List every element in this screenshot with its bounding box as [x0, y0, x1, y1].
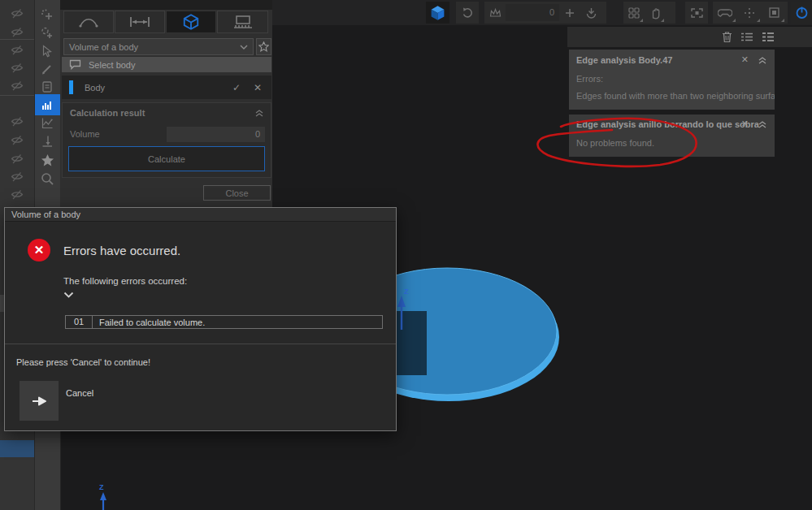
prompt-row: Select body: [62, 57, 271, 72]
import-down-icon[interactable]: [580, 2, 601, 24]
note-icon[interactable]: [39, 79, 55, 95]
lasso-plus-icon[interactable]: [39, 25, 55, 41]
power-icon: [795, 6, 809, 19]
error-icon: ✕: [28, 239, 50, 261]
ruler-icon: [232, 14, 254, 30]
eye-slash-icon[interactable]: [11, 153, 24, 164]
magnifier-icon[interactable]: [39, 171, 55, 187]
dialog-footer-text: Please press 'Cancel' to continue!: [16, 357, 150, 367]
notification-line: No problems found.: [576, 138, 654, 148]
dropdown-corner: [757, 19, 760, 22]
eye-slash-icon[interactable]: [11, 80, 24, 91]
eye-slash-icon[interactable]: [11, 189, 24, 200]
refresh-icon: [461, 6, 474, 19]
z-axis-label-center: Z: [404, 287, 409, 296]
hand-icon[interactable]: [645, 2, 666, 24]
plus-icon[interactable]: [559, 2, 580, 24]
dropdown-corner: [661, 19, 664, 22]
sparkle-plus-icon[interactable]: [39, 7, 55, 24]
notification-panel-body47: Edge analysis Body.47 ✕ Errors: Edges fo…: [569, 50, 775, 110]
pen-icon[interactable]: [39, 61, 55, 77]
cancel-label: Cancel: [66, 388, 93, 398]
eye-slash-icon[interactable]: [11, 116, 24, 127]
eye-slash-icon[interactable]: [11, 45, 24, 55]
collapse-icon[interactable]: [758, 57, 766, 64]
cancel-button[interactable]: [20, 381, 59, 421]
drop-line-icon[interactable]: [39, 133, 55, 149]
error-number: 01: [66, 316, 93, 328]
curve-icon: [78, 15, 99, 28]
notification-panel-anillo: Edge analysis anillo borrando lo que sob…: [569, 115, 775, 157]
notification-toolbar: [567, 27, 812, 47]
close-icon[interactable]: ✕: [741, 54, 749, 65]
list-item-selected[interactable]: [0, 440, 34, 457]
tab-ruler[interactable]: [217, 11, 268, 33]
eye-slash-icon[interactable]: [11, 27, 24, 37]
bar-chart-icon[interactable]: [39, 97, 55, 113]
rail-divider: [0, 39, 34, 40]
x-icon[interactable]: ✕: [254, 82, 262, 93]
cube-icon: [182, 12, 200, 32]
power-button[interactable]: [791, 2, 812, 24]
fit-view-button[interactable]: [685, 2, 708, 24]
check-icon[interactable]: ✓: [232, 82, 241, 93]
z-axis-label-bottom: Z: [99, 483, 104, 491]
tab-curve[interactable]: [63, 11, 114, 33]
trash-icon[interactable]: [722, 31, 732, 43]
curve-graph-icon[interactable]: [39, 115, 55, 132]
volume-label: Volume: [70, 129, 100, 139]
notification-title: Edge analysis anillo borrando lo que sob…: [576, 119, 759, 129]
dropdown-corner: [640, 19, 643, 22]
eye-slash-icon[interactable]: [11, 171, 24, 182]
close-button[interactable]: Close: [203, 185, 271, 201]
stage-group: 0: [484, 2, 606, 24]
view-cube-button[interactable]: [426, 2, 449, 24]
speech-bubble-icon: [69, 59, 81, 70]
sparkle-icon[interactable]: [737, 2, 762, 24]
dialog-title[interactable]: Volume of a body: [5, 208, 396, 222]
chevron-down-icon: [240, 45, 248, 50]
eye-slash-icon[interactable]: [11, 8, 24, 19]
refresh-button[interactable]: [456, 2, 479, 24]
cursor-icon[interactable]: [39, 43, 55, 59]
dropdown-corner: [781, 19, 784, 22]
function-dropdown-value: Volume of a body: [69, 42, 240, 52]
calculate-label: Calculate: [148, 154, 185, 164]
collapse-icon[interactable]: [758, 121, 766, 128]
calculation-header: Calculation result: [70, 108, 145, 118]
dropdown-corner: [732, 19, 736, 22]
controller-icon[interactable]: [713, 2, 737, 24]
calculate-button[interactable]: Calculate: [68, 146, 265, 171]
grid-tiles-icon[interactable]: [623, 2, 645, 24]
list-small-icon[interactable]: [740, 32, 753, 42]
eye-slash-icon[interactable]: [11, 135, 24, 145]
favorite-button[interactable]: [256, 38, 271, 55]
arrow-right-icon: [31, 394, 47, 408]
tab-volume[interactable]: [166, 11, 216, 33]
rail-divider: [0, 95, 34, 96]
error-table-row: 01 Failed to calculate volume.: [65, 315, 383, 329]
tab-distance[interactable]: [115, 11, 165, 33]
chevron-up-icon[interactable]: [255, 110, 263, 117]
function-dropdown[interactable]: Volume of a body: [63, 38, 254, 55]
chevron-down-icon[interactable]: [63, 292, 74, 298]
error-x-glyph: ✕: [34, 243, 45, 257]
star-icon[interactable]: [39, 152, 55, 168]
dialog-divider: [5, 344, 396, 344]
distance-icon: [128, 15, 151, 28]
error-subheading: The following errors occurred:: [63, 276, 187, 286]
close-label: Close: [225, 188, 248, 198]
notification-line: Errors:: [576, 74, 603, 84]
volume-value-field[interactable]: 0: [167, 127, 265, 142]
close-icon[interactable]: ✕: [741, 119, 749, 129]
expand-icon: [690, 7, 704, 19]
crown-icon[interactable]: [484, 2, 506, 24]
scene-group: [713, 2, 788, 24]
body-element-row[interactable]: Body ✓ ✕: [62, 76, 271, 99]
stage-value-field[interactable]: 0: [506, 4, 559, 21]
square-layers-icon[interactable]: [762, 2, 786, 24]
display-group: [623, 2, 675, 24]
star-outline-icon: [258, 41, 269, 52]
eye-slash-icon[interactable]: [11, 63, 24, 73]
list-large-icon[interactable]: [762, 32, 775, 42]
